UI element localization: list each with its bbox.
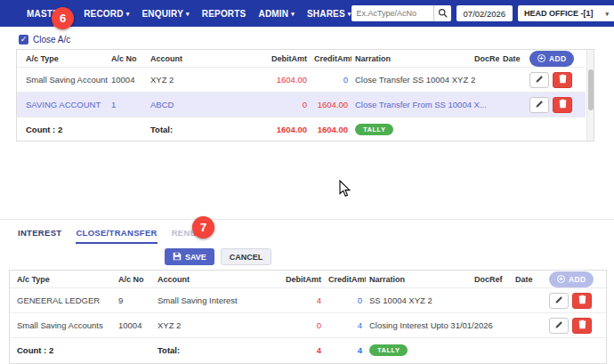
- row-count: Count : 2: [10, 345, 115, 355]
- total-label: Total:: [154, 345, 271, 355]
- menu-reports[interactable]: REPORTS: [202, 9, 246, 19]
- col-account: Account: [147, 54, 255, 63]
- cell-account: Small Saving Interest: [154, 295, 271, 305]
- col-narration: Narration: [366, 275, 471, 284]
- table-scrollbar[interactable]: [586, 50, 594, 141]
- edit-row-button[interactable]: [549, 293, 569, 309]
- add-button-label: ADD: [569, 275, 586, 284]
- mouse-cursor: [339, 180, 351, 201]
- menu-admin[interactable]: ADMIN: [258, 9, 295, 19]
- debit-total: 1604.00: [255, 125, 311, 134]
- table-row[interactable]: GENEERAL LEDGER 9 Small Saving Interest …: [10, 288, 606, 313]
- tab-close-transfer[interactable]: CLOSE/TRANSFER: [76, 228, 157, 244]
- col-narration: Narration: [351, 54, 471, 63]
- pencil-icon: [554, 319, 563, 332]
- col-credit: CreditAmt: [325, 275, 366, 284]
- scrollbar-thumb[interactable]: [588, 69, 594, 110]
- cell-credit: 0: [325, 295, 366, 305]
- menu-admin-label: ADMIN: [258, 9, 288, 19]
- branch-select[interactable]: HEAD OFFICE -[1]: [518, 5, 614, 21]
- plus-icon: [537, 54, 545, 62]
- cell-debit: 1604.00: [255, 75, 311, 85]
- save-button[interactable]: SAVE: [165, 248, 214, 265]
- cell-ac-type: GENEERAL LEDGER: [10, 295, 115, 305]
- cell-narration: SS 10004 XYZ 2: [366, 295, 471, 305]
- status-cell: TALLY: [366, 344, 471, 356]
- table-row[interactable]: Small Saving Accounts 10004 XYZ 2 0 4 Cl…: [10, 313, 606, 338]
- menu-shares[interactable]: SHARES: [307, 9, 351, 19]
- close-ac-toggle[interactable]: Close A/c: [19, 35, 70, 44]
- chevron-down-icon: [606, 11, 610, 17]
- table-header-row: A/c Type A/c No Account DebitAmt CreditA…: [17, 50, 586, 68]
- col-date: Date: [499, 54, 526, 63]
- col-date: Date: [512, 275, 545, 284]
- top-navbar: MASTER RECORD ENQUIRY REPORTS ADMIN SHAR…: [0, 0, 614, 27]
- status-badge: TALLY: [369, 344, 408, 356]
- cell-ac-type: SAVING ACCOUNT: [17, 100, 108, 109]
- close-transfer-table: A/c Type A/c No Account DebitAmt CreditA…: [16, 49, 594, 142]
- close-ac-checkbox[interactable]: [19, 35, 28, 44]
- cell-account: XYZ 2: [147, 75, 255, 85]
- pencil-icon: [535, 98, 544, 111]
- col-credit: CreditAmt: [311, 54, 351, 63]
- menu-record-label: RECORD: [84, 9, 124, 19]
- cell-debit: 4: [271, 295, 325, 305]
- col-ac-type: A/c Type: [10, 275, 115, 284]
- cell-credit: 4: [325, 320, 366, 330]
- col-ac-no: A/c No: [108, 54, 147, 63]
- chevron-down-icon: [126, 11, 130, 17]
- search-input[interactable]: [351, 5, 433, 21]
- floppy-icon: [173, 252, 182, 263]
- cell-debit: 0: [271, 320, 325, 330]
- cell-credit: 1604.00: [311, 100, 351, 109]
- form-actions: SAVE CANCEL: [165, 248, 271, 265]
- menu-enquiry[interactable]: ENQUIRY: [141, 9, 189, 19]
- date-field[interactable]: 07/02/2026: [456, 5, 513, 21]
- delete-row-button[interactable]: [572, 318, 592, 334]
- col-debit: DebitAmt: [255, 54, 311, 63]
- cell-ac-type: Small Saving Accounts: [10, 320, 115, 330]
- cell-ac-no: 10004: [108, 75, 147, 85]
- cancel-button[interactable]: CANCEL: [221, 248, 272, 265]
- pencil-icon: [535, 73, 544, 86]
- close-ac-label: Close A/c: [33, 35, 70, 44]
- edit-row-button[interactable]: [529, 72, 549, 88]
- menu-shares-label: SHARES: [307, 9, 345, 19]
- col-ac-type: A/c Type: [17, 54, 108, 63]
- edit-row-button[interactable]: [529, 97, 549, 113]
- cell-narration: Closing Interest Upto 31/01/2026: [366, 320, 471, 330]
- chevron-down-icon: [186, 11, 190, 17]
- cell-narration: Close Transfer SS 10004 XYZ 2: [351, 75, 471, 85]
- col-docref: DocRef: [471, 54, 499, 63]
- trash-icon: [578, 319, 586, 332]
- chevron-down-icon: [291, 11, 295, 17]
- table-header-row: A/c Type A/c No Account DebitAmt CreditA…: [10, 271, 606, 288]
- annotation-step-6: 6: [52, 7, 74, 29]
- cell-ac-no: 1: [108, 100, 147, 109]
- interest-table: A/c Type A/c No Account DebitAmt CreditA…: [9, 270, 607, 364]
- search-button[interactable]: [433, 5, 451, 21]
- add-row-button: ADD: [549, 271, 594, 287]
- add-row-button[interactable]: ADD: [529, 51, 574, 67]
- delete-row-button[interactable]: [553, 72, 572, 88]
- edit-row-button[interactable]: [549, 318, 569, 334]
- menu-record[interactable]: RECORD: [84, 9, 129, 19]
- table-footer-row: Count : 2 Total: 4 4 TALLY: [10, 338, 606, 361]
- account-action-tabs: INTEREST CLOSE/TRANSFER RENEW: [18, 228, 205, 244]
- table-row[interactable]: SAVING ACCOUNT 1 ABCD 0 1604.00 Close Tr…: [17, 93, 586, 117]
- delete-row-button[interactable]: [572, 293, 592, 309]
- navbar-right: 07/02/2026 HEAD OFFICE -[1]: [351, 5, 614, 21]
- cell-account: XYZ 2: [154, 320, 271, 330]
- table-row[interactable]: Small Saving Accounts 10004 XYZ 2 1604.0…: [17, 68, 586, 93]
- annotation-step-7: 7: [192, 216, 214, 239]
- branch-select-value: HEAD OFFICE -[1]: [524, 9, 594, 18]
- col-debit: DebitAmt: [271, 275, 325, 284]
- cell-ac-no: 9: [115, 295, 154, 305]
- row-count: Count : 2: [17, 125, 108, 134]
- tab-interest[interactable]: INTEREST: [18, 228, 61, 244]
- delete-row-button[interactable]: [553, 97, 572, 113]
- search-icon: [438, 7, 448, 20]
- debit-total: 4: [271, 345, 325, 355]
- cell-account: ABCD: [147, 100, 255, 109]
- col-docref: DocRef: [471, 275, 512, 284]
